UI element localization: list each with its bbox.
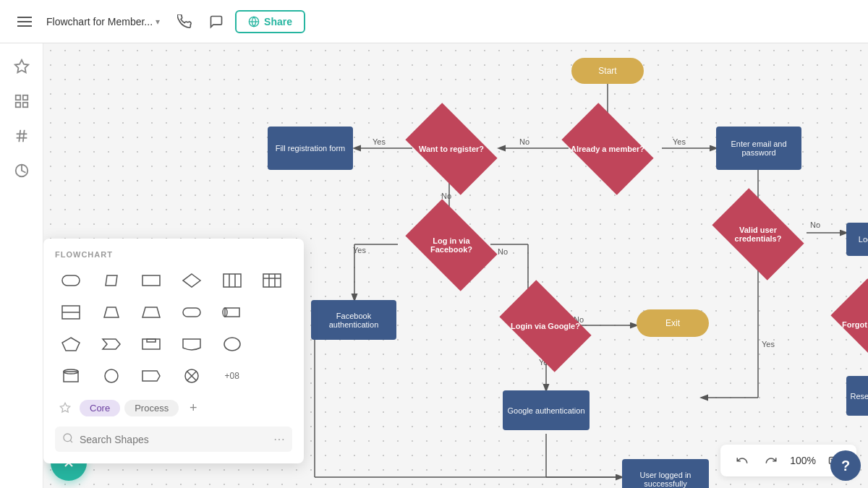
sidebar-icon-star[interactable]	[7, 52, 36, 81]
svg-text:No: No	[441, 192, 451, 200]
shape-pentagon[interactable]	[55, 331, 87, 357]
shape-chevron[interactable]	[95, 331, 127, 357]
shape-parallelogram[interactable]	[95, 267, 127, 294]
svg-rect-58	[183, 308, 200, 317]
share-button[interactable]: Share	[235, 10, 305, 33]
shape-trapezoid[interactable]	[95, 299, 127, 325]
node-log-facebook-label: Log in via Facebook?	[412, 219, 490, 271]
undo-button[interactable]	[732, 450, 752, 471]
node-start[interactable]: Start	[571, 58, 644, 84]
svg-point-74	[64, 434, 72, 442]
share-label: Share	[264, 16, 292, 27]
help-label: ?	[841, 458, 850, 474]
svg-rect-5	[15, 103, 20, 107]
favorite-icon[interactable]	[55, 398, 75, 418]
search-icon	[62, 432, 74, 446]
shape-diamond[interactable]	[176, 267, 208, 294]
node-enter-email[interactable]: Enter email and password	[716, 127, 801, 170]
hamburger-icon	[17, 17, 32, 27]
svg-marker-73	[60, 403, 69, 412]
panel-tabs: Core Process +	[55, 398, 292, 418]
sidebar-icon-grid[interactable]	[7, 87, 36, 116]
tab-add-button[interactable]: +	[183, 398, 203, 418]
svg-line-75	[70, 440, 72, 442]
shape-panel: FLOWCHART	[43, 239, 304, 463]
shapes-grid-row3	[55, 331, 292, 357]
document-title: Flowchart for Member...	[46, 16, 153, 27]
sidebar-icon-shape[interactable]	[7, 156, 36, 185]
shapes-grid-row4: +08	[55, 363, 292, 389]
svg-rect-50	[263, 274, 281, 287]
shape-rectangle[interactable]	[135, 267, 167, 294]
svg-marker-61	[62, 338, 80, 351]
node-login-google-label: Login via Google?	[506, 300, 584, 352]
node-want-register-label: Want to register?	[412, 123, 490, 175]
main-area: Yes No Yes No Yes No No Yes No Yes Start…	[0, 43, 868, 488]
shape-h-split[interactable]	[55, 299, 87, 325]
svg-text:Yes: Yes	[373, 137, 386, 146]
svg-text:Yes: Yes	[353, 246, 366, 254]
shapes-grid-row2	[55, 299, 292, 325]
svg-rect-6	[22, 103, 27, 107]
shape-more-shapes[interactable]: +08	[216, 363, 248, 389]
shape-grid[interactable]	[216, 267, 248, 294]
menu-button[interactable]	[12, 9, 38, 35]
node-login-failed[interactable]: Login failed	[846, 223, 868, 256]
title-chevron-icon: ▾	[156, 17, 160, 27]
node-reset-password[interactable]: Reset password	[846, 376, 868, 416]
left-sidebar	[0, 43, 43, 488]
chat-button[interactable]	[203, 9, 229, 35]
svg-text:No: No	[519, 137, 529, 146]
node-google-auth[interactable]: Google authentication	[503, 390, 590, 430]
svg-rect-43	[62, 275, 80, 286]
shape-rect-notched[interactable]	[135, 331, 167, 357]
header-actions: Share	[171, 9, 305, 35]
svg-rect-3	[15, 95, 20, 100]
shape-circle[interactable]	[216, 331, 248, 357]
svg-point-68	[105, 369, 118, 382]
node-exit[interactable]: Exit	[637, 309, 709, 337]
svg-line-10	[22, 130, 24, 142]
svg-text:Yes: Yes	[673, 137, 686, 146]
shapes-grid-row1	[55, 267, 292, 294]
svg-text:No: No	[498, 247, 508, 256]
svg-marker-56	[104, 307, 119, 317]
phone-button[interactable]	[171, 9, 197, 35]
shape-tag[interactable]	[135, 363, 167, 389]
shape-trapezoid2[interactable]	[135, 299, 167, 325]
shape-circle2[interactable]	[95, 363, 127, 389]
shape-can[interactable]	[55, 363, 87, 389]
svg-marker-44	[106, 275, 117, 286]
shape-cylinder[interactable]	[216, 299, 248, 325]
tab-core[interactable]: Core	[80, 400, 120, 416]
search-more-icon[interactable]: ⋯	[273, 432, 285, 446]
canvas[interactable]: Yes No Yes No Yes No No Yes No Yes Start…	[43, 43, 868, 488]
panel-section-title: FLOWCHART	[55, 250, 292, 259]
svg-marker-62	[103, 339, 120, 349]
svg-text:No: No	[810, 221, 820, 229]
shape-document[interactable]	[176, 331, 208, 357]
node-facebook-auth[interactable]: Facebook authentication	[311, 300, 396, 340]
svg-marker-2	[14, 60, 27, 72]
svg-marker-46	[183, 274, 200, 287]
shape-wide-grid[interactable]	[256, 267, 288, 294]
svg-rect-63	[142, 339, 160, 349]
svg-text:Yes: Yes	[762, 340, 775, 348]
search-input[interactable]	[80, 434, 268, 445]
svg-rect-45	[142, 275, 160, 286]
redo-button[interactable]	[761, 450, 781, 471]
node-user-logged[interactable]: User logged in successfully	[622, 459, 709, 488]
help-button[interactable]: ?	[830, 450, 861, 481]
shape-x-circle[interactable]	[176, 363, 208, 389]
svg-rect-4	[22, 95, 27, 100]
shape-pill-shape[interactable]	[176, 299, 208, 325]
node-already-member-label: Already a member?	[569, 123, 647, 175]
node-fill-form[interactable]: Fill registration form	[268, 127, 353, 170]
svg-rect-64	[147, 339, 156, 342]
search-area: ⋯	[55, 427, 292, 452]
title-area[interactable]: Flowchart for Member... ▾	[46, 16, 160, 27]
tab-process[interactable]: Process	[124, 400, 179, 416]
sidebar-icon-hash[interactable]	[7, 121, 36, 150]
zoom-level: 100%	[790, 455, 816, 466]
shape-rounded-rect[interactable]	[55, 267, 87, 294]
